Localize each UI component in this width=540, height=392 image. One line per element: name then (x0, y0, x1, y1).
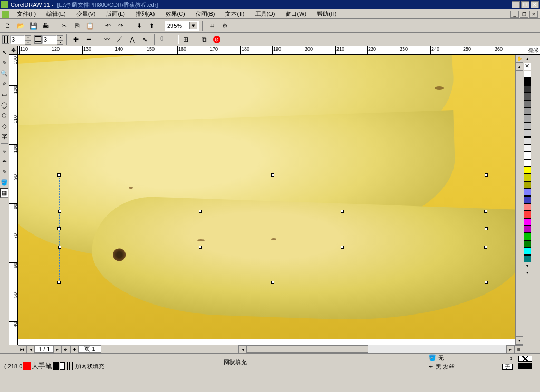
mesh-node[interactable] (341, 246, 344, 249)
ruler-horizontal[interactable]: ✥ 11012013014015016017018019020021022023… (9, 46, 540, 55)
selection-handle[interactable] (485, 173, 488, 177)
swatch[interactable] (524, 226, 531, 233)
swatch[interactable] (524, 122, 531, 130)
selection-handle[interactable] (485, 281, 488, 284)
ruler-vertical[interactable]: 130120110100908070605040 (9, 55, 18, 345)
copy-mesh-button[interactable]: ⧉ (198, 34, 210, 45)
doc-close-button[interactable]: ✕ (529, 11, 538, 18)
swatch[interactable] (524, 78, 531, 85)
snap-button[interactable]: ⌗ (206, 20, 218, 32)
menu-text[interactable]: 文本(T) (220, 10, 249, 18)
mesh-node[interactable] (341, 210, 344, 213)
selection-handle[interactable] (271, 281, 274, 284)
menu-var[interactable]: 变量(V) (71, 10, 101, 18)
polygon-tool[interactable]: ⬠ (0, 111, 8, 120)
swatch[interactable] (524, 233, 531, 240)
swatch[interactable] (524, 211, 531, 218)
blend-tool[interactable]: ⟐ (0, 146, 8, 155)
swatch[interactable] (524, 166, 531, 174)
hand-up-icon[interactable]: ✋ (515, 55, 523, 62)
swatch[interactable] (524, 203, 531, 211)
scroll-up-button[interactable]: ▴ (515, 62, 524, 71)
fill-tool[interactable]: 🪣 (0, 178, 8, 187)
scrollbar-vertical[interactable]: ✋ ▴ ▾ (515, 55, 523, 345)
scroll-right-button[interactable]: ▸ (506, 345, 515, 354)
eyedropper-tool[interactable]: ✒ (0, 156, 8, 166)
swatch[interactable] (524, 181, 531, 189)
launch-button[interactable]: ⚙ (219, 20, 230, 32)
minimize-button[interactable]: _ (512, 1, 520, 8)
doc-restore-button[interactable]: ❐ (520, 11, 528, 18)
mesh-line[interactable] (343, 175, 343, 282)
swatch[interactable] (524, 85, 531, 93)
ruler-origin[interactable]: ✥ (9, 46, 18, 54)
canvas[interactable] (18, 55, 515, 345)
outline-tool[interactable]: ✎ (0, 167, 8, 177)
import-button[interactable]: ⬇ (133, 20, 145, 32)
swatch[interactable] (524, 240, 531, 248)
menu-tools[interactable]: 工具(O) (250, 10, 281, 18)
menu-file[interactable]: 文件(F) (12, 10, 41, 18)
swatch[interactable] (524, 71, 531, 78)
palette-flyout-button[interactable]: ◂ (524, 270, 531, 276)
menu-edit[interactable]: 编辑(E) (41, 10, 71, 18)
add-node-button[interactable]: ✚ (70, 34, 82, 45)
pick-tool[interactable]: ↖ (0, 47, 8, 57)
menu-help[interactable]: 帮助(H) (312, 10, 342, 18)
page-first-button[interactable]: ⏮ (18, 345, 26, 354)
navigator-button[interactable]: ▦ (515, 345, 523, 354)
new-button[interactable]: 🗋 (2, 20, 14, 32)
palette-up-button[interactable]: ▴ (524, 56, 531, 62)
selection-handle[interactable] (57, 173, 61, 177)
undo-button[interactable]: ↶ (102, 20, 114, 32)
selection-handle[interactable] (271, 173, 274, 177)
swatch[interactable] (524, 255, 531, 262)
page-tab[interactable]: 页 1 (79, 345, 101, 353)
palette-down-button[interactable]: ▾ (524, 263, 531, 269)
open-button[interactable]: 📂 (15, 20, 26, 32)
page-last-button[interactable]: ⏭ (62, 345, 70, 354)
delete-node-button[interactable]: ━ (83, 34, 94, 45)
coord-field[interactable]: 0 (158, 35, 179, 44)
apply-button[interactable]: ⊞ (180, 34, 191, 45)
page-next-button[interactable]: ▸ (53, 345, 62, 354)
scrollbar-horizontal[interactable] (247, 345, 506, 353)
mesh-node[interactable] (58, 210, 61, 213)
swatch[interactable] (524, 218, 531, 226)
mesh-line[interactable] (18, 247, 515, 247)
doc-minimize-button[interactable]: _ (510, 11, 519, 18)
grid-rows-spinbox[interactable]: ▴▾ (34, 35, 63, 44)
swatch[interactable] (524, 93, 531, 100)
mesh-node[interactable] (199, 210, 202, 213)
swatch-none[interactable] (524, 63, 531, 70)
export-button[interactable]: ⬆ (146, 20, 158, 32)
swatch[interactable] (524, 196, 531, 203)
freehand-tool[interactable]: ✐ (0, 79, 8, 89)
clear-mesh-button[interactable]: ⊘ (211, 34, 223, 45)
cusp-button[interactable]: ⋀ (127, 34, 138, 45)
paste-button[interactable]: 📋 (84, 20, 95, 32)
selection-bounding-box[interactable] (59, 175, 486, 282)
mesh-node[interactable] (199, 246, 202, 249)
mesh-line[interactable] (18, 211, 515, 211)
save-button[interactable]: 💾 (27, 20, 39, 32)
shape-tool[interactable]: ✎ (0, 58, 8, 67)
print-button[interactable]: 🖶 (40, 20, 52, 32)
smooth-button[interactable]: ∿ (139, 34, 151, 45)
scroll-left-button[interactable]: ◂ (238, 345, 247, 354)
redo-button[interactable]: ↷ (115, 20, 127, 32)
swatch[interactable] (524, 159, 531, 166)
mesh-fill-tool[interactable]: ▦ (0, 188, 8, 198)
scroll-down-button[interactable]: ▾ (515, 336, 524, 345)
menu-layout[interactable]: 版面(L) (101, 10, 130, 18)
mesh-line[interactable] (201, 175, 201, 282)
swatch[interactable] (524, 107, 531, 115)
swatch[interactable] (524, 248, 531, 255)
menu-window[interactable]: 窗口(W) (280, 10, 312, 18)
ellipse-tool[interactable]: ◯ (0, 100, 8, 110)
outline-swatch-black[interactable] (518, 363, 532, 369)
fill-swatch-none[interactable] (518, 356, 532, 362)
swatch[interactable] (524, 115, 531, 122)
swatch[interactable] (524, 130, 531, 137)
swatch[interactable] (524, 189, 531, 196)
